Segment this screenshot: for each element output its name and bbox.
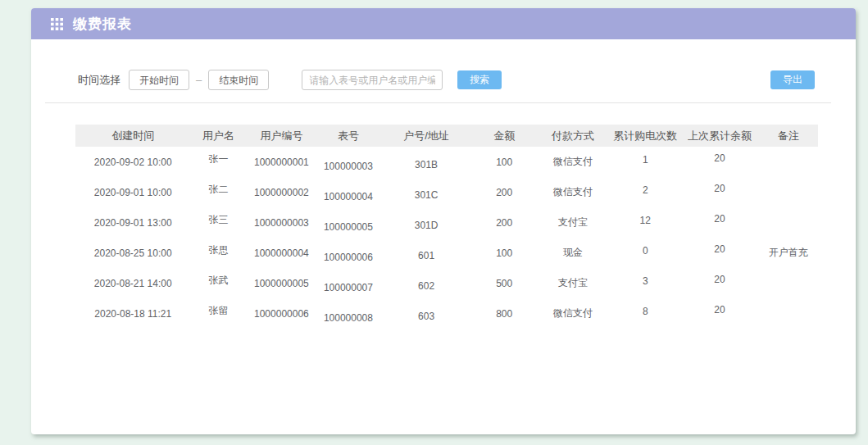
cell-create-time: 2020-08-25 10:00 <box>75 238 190 268</box>
cell-meter-no: 100000007 <box>316 272 379 302</box>
cell-account-address: 602 <box>379 270 472 301</box>
cell-payment-method: 现金 <box>536 238 611 268</box>
cell-last-balance: 20 <box>680 203 758 234</box>
cell-create-time: 2020-08-18 11:21 <box>75 298 190 329</box>
cell-username: 张思 <box>190 235 246 266</box>
end-date-input[interactable] <box>208 70 269 90</box>
cell-amount: 500 <box>473 268 536 298</box>
column-header-payment-method: 付款方式 <box>536 125 611 147</box>
column-header-purchase-count: 累计购电次数 <box>610 125 680 147</box>
report-card: 缴费报表 时间选择 – 搜索 导出 创建时间 用户名 用户编号 表号 户号/地 <box>31 8 856 434</box>
grid-icon <box>51 18 63 30</box>
cell-payment-method: 支付宝 <box>536 207 611 238</box>
cell-purchase-count: 3 <box>610 266 680 296</box>
start-date-input[interactable] <box>129 70 189 90</box>
cell-payment-method: 微信支付 <box>536 298 611 329</box>
keyword-search-input[interactable] <box>302 70 443 90</box>
cell-amount: 100 <box>473 238 536 268</box>
column-header-account-address: 户号/地址 <box>379 125 472 147</box>
table-body: 2020-09-02 10:00 张一 1000000001 100000003… <box>75 147 818 329</box>
cell-username: 张二 <box>190 175 246 205</box>
cell-user-id: 1000000001 <box>246 147 316 177</box>
cell-user-id: 1000000003 <box>246 207 316 238</box>
export-button[interactable]: 导出 <box>770 70 815 89</box>
table-row: 2020-08-18 11:21 张留 1000000006 100000008… <box>75 298 818 329</box>
cell-account-address: 603 <box>379 301 472 331</box>
cell-last-balance: 20 <box>680 294 758 325</box>
cell-last-balance: 20 <box>680 173 758 203</box>
cell-remarks <box>758 207 818 238</box>
column-header-user-id: 用户编号 <box>246 125 316 147</box>
cell-amount: 200 <box>473 177 536 207</box>
cell-user-id: 1000000002 <box>246 177 316 207</box>
cell-account-address: 301C <box>379 179 472 210</box>
cell-payment-method: 微信支付 <box>536 147 611 177</box>
cell-create-time: 2020-09-01 10:00 <box>75 177 190 207</box>
column-header-meter-no: 表号 <box>316 125 379 147</box>
cell-payment-method: 微信支付 <box>536 177 611 207</box>
section-divider <box>45 102 831 103</box>
cell-create-time: 2020-09-02 10:00 <box>75 147 190 177</box>
search-button[interactable]: 搜索 <box>457 70 502 89</box>
cell-last-balance: 20 <box>680 234 758 264</box>
cell-meter-no: 100000003 <box>316 151 379 181</box>
cell-meter-no: 100000008 <box>316 302 379 333</box>
column-header-remarks: 备注 <box>758 125 818 147</box>
cell-remarks <box>758 147 818 177</box>
cell-last-balance: 20 <box>680 264 758 294</box>
column-header-create-time: 创建时间 <box>75 125 190 147</box>
cell-account-address: 601 <box>379 240 472 270</box>
page-title: 缴费报表 <box>73 15 132 34</box>
page: { "page": { "background": "#e8f3ed" }, "… <box>0 0 868 445</box>
cell-account-address: 301D <box>379 210 472 240</box>
cell-user-id: 1000000006 <box>246 298 316 329</box>
report-table: 创建时间 用户名 用户编号 表号 户号/地址 金额 付款方式 累计购电次数 上次… <box>75 125 818 329</box>
cell-remarks <box>758 177 818 207</box>
cell-payment-method: 支付宝 <box>536 268 611 298</box>
cell-account-address: 301B <box>379 149 472 179</box>
cell-meter-no: 100000004 <box>316 181 379 211</box>
cell-last-balance: 20 <box>680 143 758 173</box>
cell-meter-no: 100000006 <box>316 242 379 272</box>
cell-purchase-count: 8 <box>610 296 680 326</box>
cell-remarks <box>758 268 818 298</box>
filter-bar: 时间选择 – 搜索 导出 <box>78 70 815 90</box>
cell-username: 张留 <box>190 296 246 326</box>
cell-purchase-count: 0 <box>610 235 680 266</box>
cell-username: 张武 <box>190 266 246 296</box>
cell-remarks: 开户首充 <box>758 238 818 268</box>
column-header-username: 用户名 <box>190 125 246 147</box>
cell-purchase-count: 12 <box>610 205 680 235</box>
cell-username: 张一 <box>190 144 246 175</box>
cell-purchase-count: 1 <box>610 144 680 175</box>
time-select-label: 时间选择 <box>78 73 120 88</box>
cell-amount: 800 <box>473 298 536 329</box>
cell-user-id: 1000000004 <box>246 238 316 268</box>
cell-remarks <box>758 298 818 329</box>
card-header: 缴费报表 <box>31 8 856 39</box>
cell-purchase-count: 2 <box>610 175 680 205</box>
column-header-amount: 金额 <box>473 125 536 147</box>
cell-create-time: 2020-08-21 14:00 <box>75 268 190 298</box>
cell-meter-no: 100000005 <box>316 211 379 242</box>
cell-user-id: 1000000005 <box>246 268 316 298</box>
cell-amount: 200 <box>473 207 536 238</box>
cell-create-time: 2020-09-01 13:00 <box>75 207 190 238</box>
report-table-wrap: 创建时间 用户名 用户编号 表号 户号/地址 金额 付款方式 累计购电次数 上次… <box>75 125 818 329</box>
date-range-separator: – <box>196 74 202 86</box>
cell-username: 张三 <box>190 205 246 235</box>
cell-amount: 100 <box>473 147 536 177</box>
